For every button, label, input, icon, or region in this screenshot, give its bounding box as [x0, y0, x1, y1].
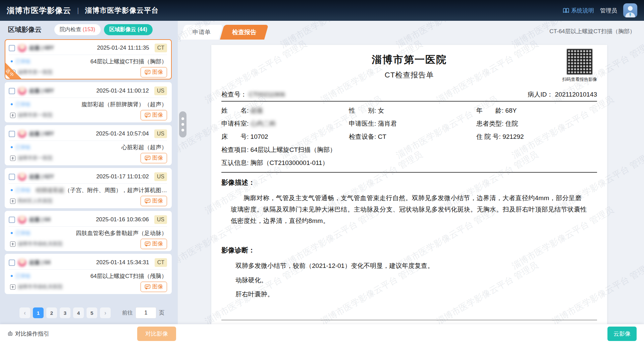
hospital-name: 淄博市第一医院: [17, 112, 53, 118]
goto-page-input[interactable]: [136, 307, 156, 319]
exam-time: 2025-01-24 11:00:12: [96, 88, 149, 94]
exam-status: 已审核: [15, 273, 31, 279]
desc-section-title: 影像描述：: [221, 178, 597, 187]
exam-description: 64层以上螺旋CT扫描（颅脑）: [90, 272, 167, 280]
user-avatar-icon: [623, 3, 637, 17]
user-name[interactable]: 管理员: [600, 7, 617, 14]
tab-hospital-count: (153): [83, 26, 95, 32]
image-icon: [145, 198, 151, 204]
page-button-5[interactable]: 5: [87, 307, 97, 318]
page-button-1[interactable]: 1: [33, 307, 44, 318]
hospital-name: 淄博市市级机关医院: [17, 241, 63, 247]
exam-status: 已审核: [15, 187, 31, 193]
patient-name: 赵嘉 | 62Y: [29, 173, 54, 180]
cloud-image-button[interactable]: 云影像: [607, 327, 637, 341]
modality-badge: US: [154, 172, 167, 181]
expand-icon[interactable]: [10, 198, 15, 204]
exam-time: 2025-01-17 11:01:02: [96, 173, 149, 180]
exam-checkbox[interactable]: [9, 217, 15, 223]
status-dot-icon: [11, 60, 13, 62]
platform-title: 淄博市医学影像云平台: [85, 6, 159, 15]
exam-no: 检查号： CT00211906: [221, 90, 285, 99]
expand-icon[interactable]: [10, 156, 15, 161]
patient-name: 赵嘉 | 68Y: [29, 45, 54, 52]
expand-icon[interactable]: [10, 241, 15, 247]
status-dot-icon: [11, 146, 13, 148]
bottom-bar: 对比操作指引 对比影像 云影像: [0, 324, 644, 343]
compare-images-button[interactable]: 对比影像: [137, 327, 176, 341]
view-images-label: 图像: [152, 197, 163, 205]
tab-hospital-exams[interactable]: 院内检查 (153): [54, 24, 101, 35]
modality-badge: CT: [155, 258, 167, 267]
view-images-button[interactable]: 图像: [141, 282, 167, 292]
hospital-name: 淄博市市级机关医院: [17, 284, 63, 290]
app-root: 淄博市医学影像云 | 淄博市医学影像云平台 系统说明 管理员 区域影像云: [0, 0, 644, 343]
department-value: 心内二科: [251, 120, 276, 127]
exam-status: 已审核: [15, 144, 31, 151]
view-images-button[interactable]: 图像: [141, 110, 167, 120]
page-button-3[interactable]: 3: [60, 307, 70, 318]
modality-badge: US: [154, 215, 167, 224]
exam-sidebar: 区域影像云 院内检查 (153) 区域影像云 (44) 赵嘉 | 68Y 202…: [0, 21, 178, 324]
exam-status: 已审核: [15, 58, 31, 65]
exam-checkbox[interactable]: [9, 45, 15, 51]
expand-icon[interactable]: [10, 284, 15, 290]
patient-avatar: [18, 172, 26, 181]
exam-card[interactable]: 赵嘉 | 68Y 2025-01-24 10:57:04 US 已审核 心脏彩超…: [5, 125, 172, 165]
exam-description: 腹部彩超（肝胆脾胰肾）（超声）: [82, 101, 167, 108]
tab-request-label: 申请单: [193, 28, 211, 36]
diag-section-title: 影像诊断：: [221, 246, 597, 255]
view-images-label: 图像: [152, 240, 163, 247]
patient-avatar: [18, 44, 26, 52]
exam-card[interactable]: 赵嘉 | 62Y 2025-01-17 11:01:02 US 已审核 经阴道彩…: [5, 168, 172, 208]
page-button-4[interactable]: 4: [73, 307, 84, 318]
exam-checkbox[interactable]: [9, 88, 15, 94]
view-images-button[interactable]: 图像: [141, 67, 167, 77]
view-images-button[interactable]: 图像: [141, 153, 167, 163]
patient-name: 赵嘉 | 64: [29, 216, 50, 223]
patient-info-grid: 姓 名: 赵嘉 性 别: 女 年 龄: 68Y 申请科室: 心内二科 申请医生:…: [221, 106, 597, 168]
exam-checkbox[interactable]: [9, 131, 15, 137]
top-navbar: 淄博市医学影像云 | 淄博市医学影像云平台 系统说明 管理员: [0, 0, 644, 21]
tab-region-cloud[interactable]: 区域影像云 (44): [104, 24, 153, 35]
exam-checkbox[interactable]: [9, 174, 15, 180]
expand-icon[interactable]: [10, 113, 15, 118]
panel-resize-handle[interactable]: [179, 111, 186, 137]
exam-status: 已审核: [15, 230, 31, 236]
image-icon: [145, 241, 151, 247]
exam-card-list: 赵嘉 | 68Y 2025-01-24 11:11:35 CT 已审核 64层以…: [0, 38, 178, 305]
exam-checkbox[interactable]: [9, 260, 15, 266]
tab-request-form[interactable]: 申请单: [180, 25, 223, 40]
tab-exam-report[interactable]: 检查报告: [220, 25, 269, 40]
compare-guide-label: 对比操作指引: [15, 330, 49, 338]
compare-guide-link[interactable]: 对比操作指引: [7, 330, 49, 338]
exam-card[interactable]: 赵嘉 | 68Y 2025-01-24 11:00:12 US 已审核 腹部彩超…: [5, 82, 172, 122]
exam-time: 2025-01-14 15:34:31: [96, 259, 149, 266]
report-signature-row: 报告医生：郭辉 审核医生：房中华 报告日期：2025-01-24 11:21:0…: [221, 320, 597, 324]
exam-card[interactable]: 赵嘉 | 64 2025-01-14 15:34:31 CT 已审核 64层以上…: [5, 254, 172, 294]
system-help-link[interactable]: 系统说明: [563, 7, 594, 14]
exam-no-value: CT00211906: [249, 91, 285, 98]
next-page-button[interactable]: ›: [100, 307, 111, 318]
goto-label: 前往: [122, 309, 133, 317]
exam-description: 64层以上螺旋CT扫描（胸部）: [90, 58, 167, 65]
report-hospital-title: 淄博市第一医院: [221, 53, 597, 67]
avatar[interactable]: [623, 3, 637, 17]
prev-page-button[interactable]: ‹: [19, 307, 30, 318]
diag-line: 肝右叶囊肿。: [235, 289, 597, 299]
view-images-button[interactable]: 图像: [141, 196, 167, 206]
patient-id: 病人ID： 202112010143: [528, 90, 597, 99]
patient-id-label: 病人ID：: [528, 91, 553, 98]
exam-description: 经阴道彩超（子宫、附件、周围），超声计算机图…: [36, 186, 167, 194]
exam-card[interactable]: 赵嘉 | 64 2025-01-16 10:36:06 US 已审核 四肢血管彩…: [5, 211, 172, 251]
exam-card[interactable]: 赵嘉 | 68Y 2025-01-24 11:11:35 CT 已审核 64层以…: [5, 39, 172, 79]
view-images-button[interactable]: 图像: [141, 239, 167, 249]
pagination: ‹ 1 2 3 4 5 › 前往 页: [0, 305, 178, 324]
image-icon: [145, 70, 151, 75]
page-button-2[interactable]: 2: [46, 307, 57, 318]
patient-avatar: [18, 87, 26, 95]
qr-caption: 扫码查看报告影像: [562, 76, 597, 82]
patient-name: 赵嘉 | 68Y: [29, 130, 54, 137]
diag-line: 动脉硬化。: [235, 275, 597, 285]
tab-hospital-label: 院内检查: [60, 26, 81, 32]
